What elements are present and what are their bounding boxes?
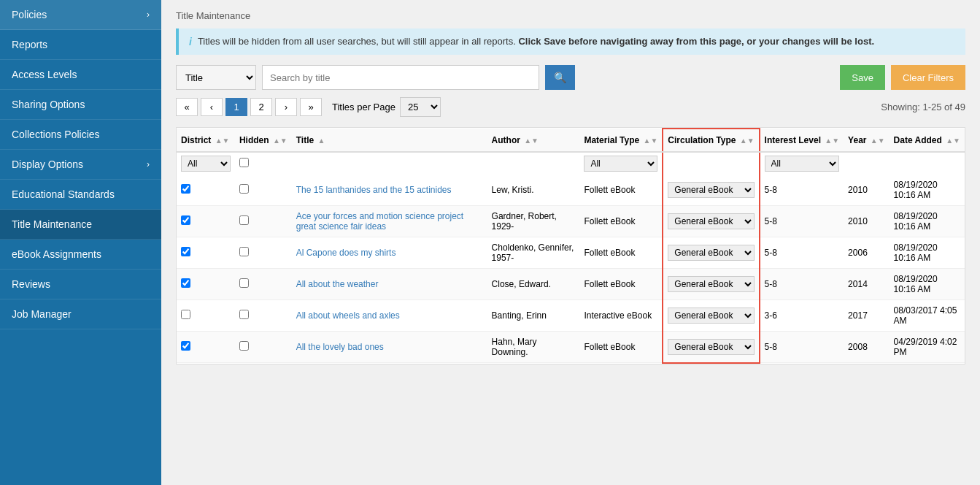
sidebar-item-policies[interactable]: Policies› [0,0,161,30]
cell-interest-level: 5-8 [760,269,844,300]
cell-hidden[interactable] [235,237,292,269]
sidebar-item-label: Reviews [12,278,50,290]
district-checkbox[interactable] [181,215,190,225]
circulation-type-select[interactable]: General eBook [668,308,754,324]
col-header-circulation-type[interactable]: Circulation Type ▲▼ [663,129,759,152]
sidebar-item-collections-policies[interactable]: Collections Policies [0,120,161,150]
circulation-type-select[interactable]: General eBook [668,182,754,198]
title-link[interactable]: All the lovely bad ones [296,342,384,352]
hidden-checkbox[interactable] [239,215,249,225]
sidebar-item-reports[interactable]: Reports [0,30,161,60]
page-2-button[interactable]: 2 [250,98,272,116]
cell-title[interactable]: All about the weather [292,269,487,300]
cell-year: 2010 [844,206,890,237]
hidden-checkbox[interactable] [239,310,249,319]
circulation-type-select[interactable]: General eBook [668,276,754,292]
col-header-title[interactable]: Title ▲ [292,129,487,152]
cell-district[interactable] [177,175,235,206]
circulation-type-select[interactable]: General eBook [668,339,754,355]
cell-district[interactable] [177,332,235,363]
cell-title[interactable]: The 15 lanthanides and the 15 actinides [292,175,487,206]
cell-district[interactable] [177,206,235,237]
search-type-select[interactable]: Title Author ISBN Subject [176,65,256,90]
sidebar-item-display-options[interactable]: Display Options› [0,150,161,180]
sidebar-item-label: Collections Policies [12,129,100,140]
material-type-filter-select[interactable]: All [584,156,657,172]
cell-district[interactable] [177,300,235,332]
title-link[interactable]: All about the weather [296,279,379,289]
cell-hidden[interactable] [235,269,292,300]
sidebar-item-label: Reports [12,39,47,50]
cell-circulation-type[interactable]: General eBook [663,206,759,237]
circulation-type-select[interactable]: General eBook [668,245,754,261]
cell-circulation-type[interactable]: General eBook [663,269,759,300]
page-next-button[interactable]: › [275,98,297,116]
circulation-type-select[interactable]: General eBook [668,213,754,229]
sidebar-item-educational-standards[interactable]: Educational Standards [0,180,161,210]
cell-hidden[interactable] [235,300,292,332]
sidebar-item-ebook-assignments[interactable]: eBook Assignments [0,240,161,270]
cell-hidden[interactable] [235,175,292,206]
title-link[interactable]: Al Capone does my shirts [296,248,396,258]
titles-table: District ▲▼ Hidden ▲▼ Title ▲ Author ▲▼ … [177,128,965,364]
hidden-checkbox[interactable] [239,278,249,288]
search-input[interactable] [262,65,539,90]
hidden-checkbox[interactable] [239,184,249,194]
district-checkbox[interactable] [181,247,190,256]
hidden-filter-checkbox[interactable] [239,158,249,167]
cell-title[interactable]: Ace your forces and motion science proje… [292,206,487,237]
sidebar-item-label: Educational Standards [12,188,115,200]
col-header-interest-level[interactable]: Interest Level ▲▼ [760,129,844,152]
cell-circulation-type[interactable]: General eBook [663,175,759,206]
col-header-district[interactable]: District ▲▼ [177,129,235,152]
page-last-button[interactable]: » [300,98,322,116]
cell-title[interactable]: All about wheels and axles [292,300,487,332]
cell-hidden[interactable] [235,206,292,237]
cell-title[interactable]: All the lovely bad ones [292,332,487,363]
sidebar-item-job-manager[interactable]: Job Manager [0,299,161,329]
hidden-checkbox[interactable] [239,341,249,351]
district-filter-select[interactable]: All [181,156,231,172]
cell-district[interactable] [177,269,235,300]
cell-district[interactable] [177,237,235,269]
interest-filter-select[interactable]: All [765,156,840,172]
search-button[interactable]: 🔍 [545,65,575,90]
filter-hidden[interactable] [235,152,292,175]
clear-filters-button[interactable]: Clear Filters [891,65,965,90]
col-header-year[interactable]: Year ▲▼ [844,129,890,152]
filter-material-type[interactable]: All [579,152,663,175]
hidden-checkbox[interactable] [239,247,249,256]
sidebar-item-reviews[interactable]: Reviews [0,270,161,299]
sidebar-item-sharing-options[interactable]: Sharing Options [0,90,161,120]
sidebar-item-label: Job Manager [12,308,72,320]
district-checkbox[interactable] [181,341,190,351]
cell-circulation-type[interactable]: General eBook [663,300,759,332]
district-checkbox[interactable] [181,184,190,194]
page-first-button[interactable]: « [176,98,198,116]
per-page-select[interactable]: 10 25 50 100 [400,97,441,117]
cell-circulation-type[interactable]: General eBook [663,237,759,269]
cell-title[interactable]: Al Capone does my shirts [292,237,487,269]
col-header-author[interactable]: Author ▲▼ [487,129,580,152]
district-checkbox[interactable] [181,310,190,319]
save-button[interactable]: Save [840,65,885,90]
cell-circulation-type[interactable]: General eBook [663,332,759,363]
col-header-material-type[interactable]: Material Type ▲▼ [579,129,663,152]
cell-hidden[interactable] [235,332,292,363]
page-prev-button[interactable]: ‹ [201,98,223,116]
sidebar-item-title-maintenance[interactable]: Title Maintenance [0,210,161,240]
sidebar-item-access-levels[interactable]: Access Levels [0,60,161,90]
col-header-date-added[interactable]: Date Added ▲▼ [890,129,965,152]
title-link[interactable]: The 15 lanthanides and the 15 actinides [296,185,452,195]
table-row: All about the weatherClose, Edward.Folle… [177,269,965,300]
title-link[interactable]: Ace your forces and motion science proje… [296,211,463,232]
title-link[interactable]: All about wheels and axles [296,310,400,321]
filter-interest-level[interactable]: All [760,152,844,175]
filter-district[interactable]: All [177,152,235,175]
page-1-button[interactable]: 1 [225,98,247,116]
col-header-hidden[interactable]: Hidden ▲▼ [235,129,292,152]
district-checkbox[interactable] [181,278,190,288]
info-banner-bold: Click Save before navigating away from t… [518,36,874,47]
info-icon: i [189,36,192,47]
sidebar-item-label: Display Options [12,159,83,170]
